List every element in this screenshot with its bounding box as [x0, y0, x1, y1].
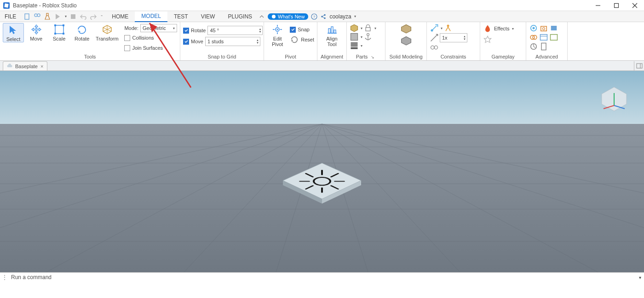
constraint-scale-value: 1x	[442, 35, 448, 41]
color-button[interactable]: ▾	[350, 41, 376, 50]
grip-icon[interactable]: ⋮	[0, 274, 9, 280]
group-parts-label: Parts	[356, 54, 368, 59]
adv-icon-7[interactable]	[529, 42, 538, 51]
mode-select[interactable]: Geometric ▾	[140, 24, 177, 32]
whats-new-label: What's New	[278, 14, 305, 19]
cursor-icon	[8, 24, 19, 35]
select-label: Select	[6, 36, 21, 42]
transform-icon	[102, 24, 113, 35]
svg-rect-6	[25, 14, 29, 19]
material-button[interactable]: ▾	[350, 33, 376, 41]
tab-model[interactable]: MODEL	[135, 12, 167, 22]
svg-point-7	[34, 14, 37, 17]
rotate-button[interactable]: Rotate	[71, 23, 92, 41]
spawn-button[interactable]	[483, 35, 514, 44]
spinner-icon[interactable]: ▲▼	[463, 35, 466, 41]
reset-icon	[290, 35, 299, 44]
constraint-details-icon[interactable]	[443, 24, 453, 32]
move-button[interactable]: Move	[26, 23, 47, 41]
show-welds-icon[interactable]	[430, 43, 439, 52]
adv-icon-8[interactable]	[539, 42, 548, 51]
adv-icon-6[interactable]	[549, 33, 558, 41]
negate-icon[interactable]	[400, 36, 412, 46]
constraint-scale-input[interactable]: 1x ▲▼	[440, 33, 467, 42]
tab-test[interactable]: TEST	[167, 11, 195, 22]
share-icon[interactable]	[320, 13, 327, 20]
collisions-checkbox[interactable]	[124, 35, 130, 41]
user-menu[interactable]: coolayza ▾	[329, 13, 356, 20]
redo-icon[interactable]	[90, 13, 97, 20]
spinner-icon[interactable]: ▲▼	[259, 28, 261, 33]
spinner-icon[interactable]: ▲▼	[256, 39, 259, 44]
part-button[interactable]: ▾ ▾	[350, 24, 376, 32]
tab-home[interactable]: HOME	[105, 11, 135, 22]
snap-pivot-label: Snap	[298, 27, 310, 32]
command-history-dropdown[interactable]: ▾	[636, 275, 644, 280]
group-pivot-label: Pivot	[264, 54, 317, 60]
close-button[interactable]	[626, 0, 644, 11]
file-menu[interactable]: FILE	[0, 11, 21, 22]
qat-customize-icon[interactable]: ⁼	[101, 14, 103, 18]
adv-icon-4[interactable]	[529, 33, 538, 41]
move-snap-checkbox[interactable]	[183, 39, 189, 45]
flame-icon	[483, 24, 492, 33]
adv-icon-2[interactable]	[539, 24, 548, 32]
adv-icon-5[interactable]	[539, 33, 548, 41]
command-input[interactable]: Run a command	[9, 274, 636, 280]
effects-button[interactable]: Effects ▾	[483, 24, 514, 33]
move-snap-label: Move	[191, 39, 203, 44]
play-icon[interactable]	[54, 13, 61, 20]
help-icon[interactable]: ?	[311, 13, 317, 20]
adv-icon-3[interactable]	[549, 24, 558, 32]
svg-rect-38	[351, 34, 358, 41]
panel-toggle-button[interactable]	[634, 61, 644, 70]
rotate-snap-input[interactable]: 45 ° ▲▼	[207, 26, 263, 35]
svg-point-53	[543, 28, 545, 30]
document-tab[interactable]: Baseplate ×	[3, 61, 47, 70]
anchor-icon[interactable]	[363, 33, 373, 41]
svg-rect-36	[334, 30, 336, 33]
tab-plugins[interactable]: PLUGINS	[221, 11, 259, 22]
beta-icon[interactable]	[44, 13, 51, 20]
move-snap-input[interactable]: 1 studs ▲▼	[205, 37, 260, 46]
constraint-create-icon[interactable]	[430, 24, 439, 32]
menu-bar: FILE ▾ ⁼ HOME MODEL TEST VIEW PLUGINS Wh…	[0, 11, 644, 22]
group-advanced-label: Advanced	[526, 54, 567, 60]
output-area	[0, 282, 644, 298]
transform-button[interactable]: Transform	[94, 23, 120, 41]
close-tab-icon[interactable]: ×	[40, 64, 43, 69]
edit-pivot-button[interactable]: Edit Pivot	[267, 23, 288, 47]
rotate-snap-checkbox[interactable]	[183, 28, 189, 34]
svg-rect-54	[551, 26, 557, 30]
adv-icon-1[interactable]	[529, 24, 538, 32]
svg-rect-21	[63, 24, 64, 26]
collapse-ribbon-icon[interactable]	[259, 13, 265, 20]
ribbon: Select Move Scale Rotate Transform Mode:	[0, 22, 644, 61]
align-tool-button[interactable]: Align Tool	[321, 23, 343, 47]
document-tab-bar: Baseplate ×	[0, 61, 644, 71]
union-icon[interactable]	[400, 24, 412, 34]
select-button[interactable]: Select	[3, 23, 24, 42]
minimize-button[interactable]	[589, 0, 607, 11]
lock-icon[interactable]	[363, 24, 373, 32]
stop-icon[interactable]	[69, 13, 77, 20]
parts-dialog-launcher[interactable]: ↘	[369, 55, 376, 59]
snap-pivot-checkbox[interactable]	[290, 27, 296, 33]
scale-button[interactable]: Scale	[49, 23, 70, 41]
group-gameplay-label: Gameplay	[480, 54, 526, 60]
maximize-button[interactable]	[607, 0, 626, 11]
play-dropdown-icon[interactable]: ▾	[65, 14, 67, 18]
new-icon[interactable]	[23, 13, 31, 20]
join-surfaces-checkbox[interactable]	[124, 45, 130, 51]
svg-rect-42	[351, 47, 358, 49]
transform-label: Transform	[96, 36, 119, 41]
whats-new-button[interactable]: What's New	[268, 13, 308, 20]
undo-icon[interactable]	[80, 13, 87, 20]
viewport[interactable]	[0, 71, 644, 272]
tab-view[interactable]: VIEW	[195, 11, 222, 22]
svg-rect-59	[551, 35, 558, 41]
open-icon[interactable]	[34, 13, 41, 20]
user-dropdown-icon: ▾	[354, 14, 356, 18]
axis-gizmo[interactable]	[598, 85, 630, 112]
reset-pivot-button[interactable]: Reset	[290, 35, 314, 44]
